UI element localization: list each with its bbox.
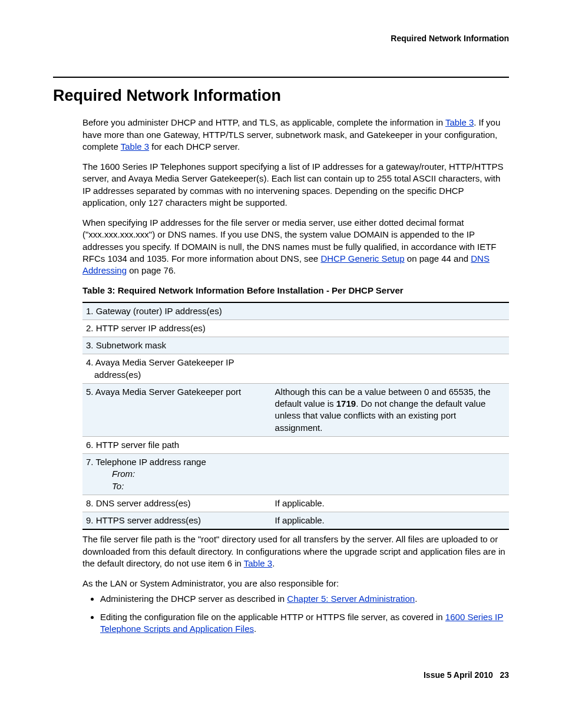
table-row: 2. HTTP server IP address(es) <box>82 319 509 337</box>
cell-left: 8. DNS server address(es) <box>82 495 270 512</box>
text: Administering the DHCP server as describ… <box>100 594 287 604</box>
paragraph-5: As the LAN or System Administrator, you … <box>82 578 509 589</box>
table-row: 7. Telephone IP address range From: To: <box>82 454 509 495</box>
body-content: Before you administer DHCP and HTTP, and… <box>53 117 509 635</box>
table-row: 6. HTTP server file path <box>82 436 509 453</box>
paragraph-4: The file server file path is the "root" … <box>82 533 509 569</box>
cell-left: 2. HTTP server IP address(es) <box>82 319 270 337</box>
page-footer: Issue 5 April 2010 23 <box>424 670 509 681</box>
paragraph-1: Before you administer DHCP and HTTP, and… <box>82 117 509 153</box>
cell-right <box>270 436 509 453</box>
cell-right: If applicable. <box>270 495 509 512</box>
cell-right <box>270 319 509 337</box>
text: on page 44 and <box>405 253 471 263</box>
cell-left: 6. HTTP server file path <box>82 436 270 453</box>
responsibility-list: Administering the DHCP server as describ… <box>82 593 509 635</box>
link-chapter5[interactable]: Chapter 5: Server Administration <box>287 594 415 604</box>
text: The file server file path is the "root" … <box>82 534 505 568</box>
text: . <box>415 594 417 604</box>
link-dhcp-generic-setup[interactable]: DHCP Generic Setup <box>320 253 404 263</box>
cell-right: If applicable. <box>270 512 509 530</box>
cell-left: 4. Avaya Media Server Gatekeeper IP addr… <box>82 354 270 384</box>
table-3: 1. Gateway (router) IP address(es) 2. HT… <box>82 302 509 531</box>
list-item: Editing the configuration file on the ap… <box>100 611 509 635</box>
cell-left: 9. HTTPS server address(es) <box>82 512 270 530</box>
to-label: To: <box>94 480 266 492</box>
table-row: 9. HTTPS server address(es) If applicabl… <box>82 512 509 530</box>
link-table3[interactable]: Table 3 <box>445 117 474 127</box>
cell-left: 3. Subnetwork mask <box>82 337 270 354</box>
list-item: Administering the DHCP server as describ… <box>100 593 509 605</box>
text: on page 76. <box>127 265 176 275</box>
bold-value: 1719 <box>336 398 356 409</box>
text: . <box>254 624 256 634</box>
table-caption: Table 3: Required Network Information Be… <box>82 285 509 297</box>
footer-issue: Issue 5 April 2010 <box>424 670 493 680</box>
text: 7. Telephone IP address range <box>86 457 206 467</box>
text: Editing the configuration file on the ap… <box>100 612 445 622</box>
footer-page: 23 <box>500 670 509 680</box>
page: Required Network Information Required Ne… <box>0 0 562 728</box>
table-row: 4. Avaya Media Server Gatekeeper IP addr… <box>82 354 509 384</box>
section-rule <box>53 77 509 78</box>
text: Before you administer DHCP and HTTP, and… <box>82 117 445 127</box>
text: for each DHCP server. <box>149 141 240 151</box>
cell-left: 5. Avaya Media Server Gatekeeper port <box>82 383 270 436</box>
cell-right <box>270 354 509 384</box>
cell-right <box>270 302 509 320</box>
page-header-right: Required Network Information <box>53 33 509 44</box>
table-row: 5. Avaya Media Server Gatekeeper port Al… <box>82 383 509 436</box>
cell-right <box>270 454 509 495</box>
cell-left: 1. Gateway (router) IP address(es) <box>82 302 270 320</box>
paragraph-3: When specifying IP addresses for the fil… <box>82 217 509 276</box>
link-table3[interactable]: Table 3 <box>121 141 149 151</box>
section-heading: Required Network Information <box>53 85 509 106</box>
cell-right: Although this can be a value between 0 a… <box>270 383 509 436</box>
from-label: From: <box>94 468 266 480</box>
link-table3[interactable]: Table 3 <box>244 558 272 568</box>
table-row: 8. DNS server address(es) If applicable. <box>82 495 509 512</box>
paragraph-2: The 1600 Series IP Telephones support sp… <box>82 161 509 209</box>
table-row: 3. Subnetwork mask <box>82 337 509 354</box>
cell-left: 7. Telephone IP address range From: To: <box>82 454 270 495</box>
table-row: 1. Gateway (router) IP address(es) <box>82 302 509 320</box>
text: . <box>272 558 275 568</box>
cell-right <box>270 337 509 354</box>
